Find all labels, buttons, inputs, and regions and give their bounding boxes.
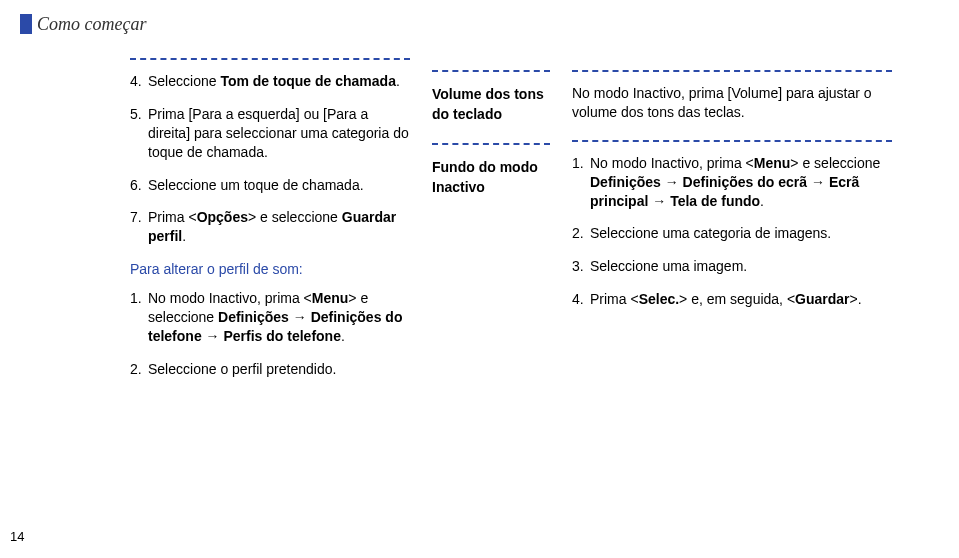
text: Prima < — [590, 291, 639, 307]
step-number: 6. — [130, 176, 148, 195]
step-number: 2. — [130, 360, 148, 379]
text: >. — [850, 291, 862, 307]
step-text: Seleccione uma imagem. — [590, 257, 892, 276]
sub-step-2: 2. Seleccione o perfil pretendido. — [130, 360, 410, 379]
bold-text: Definições do ecrã — [683, 174, 808, 190]
right-section-1: No modo Inactivo, prima [Volume] para aj… — [572, 70, 892, 122]
label-volume: Volume dos tons do teclado — [432, 84, 550, 125]
step-number: 7. — [130, 208, 148, 246]
step-6: 6. Seleccione um toque de chamada. — [130, 176, 410, 195]
right-top-text: No modo Inactivo, prima [Volume] para aj… — [572, 84, 892, 122]
column-middle: Volume dos tons do teclado Fundo do modo… — [432, 58, 550, 393]
text: > e, em seguida, < — [679, 291, 795, 307]
bold-text: Definições — [218, 309, 289, 325]
step-number: 5. — [130, 105, 148, 162]
mid-section-1: Volume dos tons do teclado — [432, 70, 550, 125]
right-step-4: 4. Prima <Selec.> e, em seguida, <Guarda… — [572, 290, 892, 309]
text: . — [396, 73, 400, 89]
bold-text: Perfis do telefone — [223, 328, 340, 344]
label-fundo: Fundo do modo Inactivo — [432, 157, 550, 198]
text: > e seleccione — [790, 155, 880, 171]
arrow: → — [648, 193, 670, 209]
step-4: 4. Seleccione Tom de toque de chamada. — [130, 72, 410, 91]
column-right: No modo Inactivo, prima [Volume] para aj… — [572, 58, 892, 393]
right-step-3: 3. Seleccione uma imagem. — [572, 257, 892, 276]
content-columns: 4. Seleccione Tom de toque de chamada. 5… — [130, 58, 940, 393]
step-text: Prima <Selec.> e, em seguida, <Guardar>. — [590, 290, 892, 309]
bold-text: Guardar — [795, 291, 849, 307]
arrow: → — [661, 174, 683, 190]
step-number: 1. — [130, 289, 148, 346]
step-text: Seleccione um toque de chamada. — [148, 176, 410, 195]
arrow: → — [807, 174, 829, 190]
header-marker — [20, 14, 32, 34]
text: No modo Inactivo, prima < — [590, 155, 754, 171]
text: No modo Inactivo, prima < — [148, 290, 312, 306]
bold-text: Opções — [197, 209, 248, 225]
mid-section-2: Fundo do modo Inactivo — [432, 143, 550, 198]
bold-text: Tela de fundo — [670, 193, 760, 209]
page-number: 14 — [10, 529, 24, 544]
step-number: 4. — [130, 72, 148, 91]
step-number: 4. — [572, 290, 590, 309]
step-text: Prima <Opções> e seleccione Guardar perf… — [148, 208, 410, 246]
step-7: 7. Prima <Opções> e seleccione Guardar p… — [130, 208, 410, 246]
step-text: Prima [Para a esquerda] ou [Para a direi… — [148, 105, 410, 162]
bold-text: Selec. — [639, 291, 679, 307]
bold-text: Menu — [312, 290, 349, 306]
bold-text: Menu — [754, 155, 791, 171]
step-number: 3. — [572, 257, 590, 276]
column-left: 4. Seleccione Tom de toque de chamada. 5… — [130, 58, 410, 393]
right-step-2: 2. Seleccione uma categoria de imagens. — [572, 224, 892, 243]
arrow: → — [202, 328, 224, 344]
step-text: Seleccione Tom de toque de chamada. — [148, 72, 410, 91]
text: . — [760, 193, 764, 209]
step-text: Seleccione o perfil pretendido. — [148, 360, 410, 379]
left-section: 4. Seleccione Tom de toque de chamada. 5… — [130, 58, 410, 379]
right-step-1: 1. No modo Inactivo, prima <Menu> e sele… — [572, 154, 892, 211]
arrow: → — [289, 309, 311, 325]
step-5: 5. Prima [Para a esquerda] ou [Para a di… — [130, 105, 410, 162]
step-text: No modo Inactivo, prima <Menu> e selecci… — [148, 289, 410, 346]
step-number: 1. — [572, 154, 590, 211]
step-text: No modo Inactivo, prima <Menu> e selecci… — [590, 154, 892, 211]
page-title: Como começar — [37, 14, 146, 35]
bold-text: Definições — [590, 174, 661, 190]
step-text: Seleccione uma categoria de imagens. — [590, 224, 892, 243]
text: > e seleccione — [248, 209, 342, 225]
text: Seleccione — [148, 73, 220, 89]
bold-text: Tom de toque de chamada — [220, 73, 396, 89]
sub-step-1: 1. No modo Inactivo, prima <Menu> e sele… — [130, 289, 410, 346]
step-number: 2. — [572, 224, 590, 243]
text: Prima < — [148, 209, 197, 225]
sub-heading: Para alterar o perfil de som: — [130, 260, 410, 279]
right-section-2: 1. No modo Inactivo, prima <Menu> e sele… — [572, 140, 892, 309]
text: . — [182, 228, 186, 244]
text: . — [341, 328, 345, 344]
